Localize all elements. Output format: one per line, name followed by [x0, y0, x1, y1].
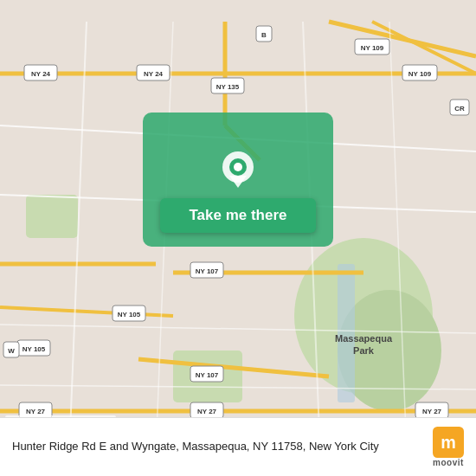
- svg-text:NY 27: NY 27: [422, 408, 442, 415]
- map-container: NY 24 NY 24 NY 135 NY 109 NY 109 B CR SO…: [0, 0, 476, 476]
- svg-text:NY 105: NY 105: [23, 345, 46, 353]
- address-text: Hunter Ridge Rd E and Wyngate, Massapequ…: [12, 439, 424, 454]
- svg-text:NY 105: NY 105: [118, 311, 141, 318]
- bottom-bar: Hunter Ridge Rd E and Wyngate, Massapequ…: [0, 417, 476, 476]
- map-pin: [221, 151, 255, 198]
- svg-text:NY 27: NY 27: [26, 408, 46, 415]
- svg-text:NY 107: NY 107: [196, 371, 219, 379]
- svg-text:CR: CR: [454, 105, 465, 113]
- svg-text:m: m: [441, 433, 456, 452]
- svg-text:NY 24: NY 24: [144, 70, 164, 78]
- svg-text:NY 24: NY 24: [31, 70, 51, 78]
- svg-text:Massapequa: Massapequa: [335, 333, 393, 344]
- svg-marker-61: [229, 176, 247, 188]
- svg-point-60: [234, 163, 242, 171]
- take-me-there-button[interactable]: Take me there: [160, 198, 316, 233]
- svg-text:W: W: [8, 347, 15, 355]
- svg-text:NY 109: NY 109: [408, 70, 432, 78]
- svg-text:NY 107: NY 107: [196, 267, 219, 275]
- svg-rect-3: [26, 195, 78, 238]
- moovit-name: moovit: [433, 458, 464, 467]
- moovit-logo: m moovit: [433, 427, 464, 467]
- svg-text:B: B: [261, 31, 267, 39]
- svg-text:NY 109: NY 109: [361, 44, 384, 52]
- svg-text:NY 27: NY 27: [197, 408, 217, 415]
- svg-text:NY 135: NY 135: [216, 83, 240, 91]
- svg-text:Park: Park: [353, 345, 375, 356]
